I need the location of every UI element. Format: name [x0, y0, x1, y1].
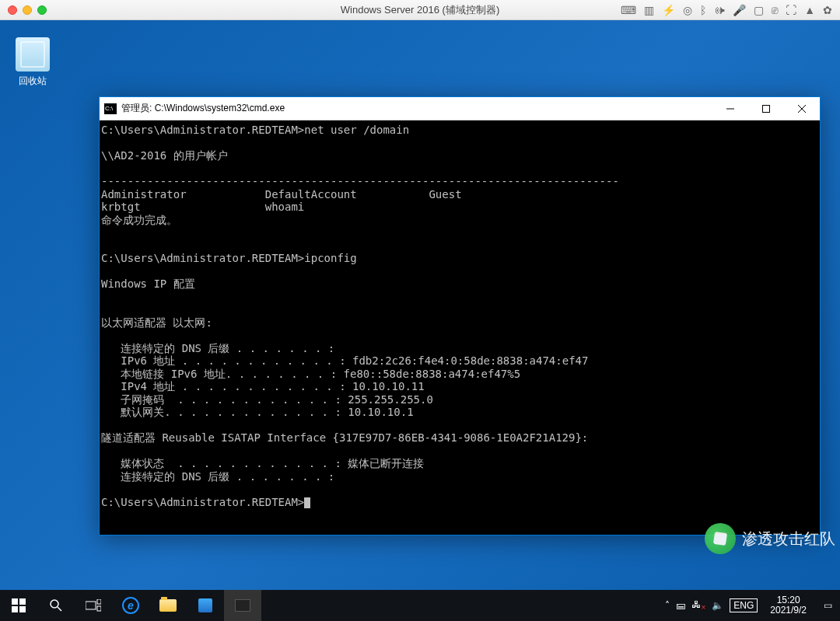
desktop[interactable]: 回收站 管理员: C:\Windows\system32\cmd.exe C:\…	[0, 20, 840, 590]
cmd-input: ipconfig	[304, 252, 356, 264]
cmd-title-text: 管理员: C:\Windows\system32\cmd.exe	[121, 102, 712, 115]
tray-chevron-icon[interactable]: ˄	[665, 600, 670, 611]
prompt: C:\Users\Administrator.REDTEAM>	[101, 496, 304, 508]
minimize-button[interactable]	[712, 97, 748, 120]
line: IPv4 地址 . . . . . . . . . . . . : 10.10.…	[101, 380, 425, 392]
cursor	[304, 497, 310, 508]
prompt: C:\Users\Administrator.REDTEAM>	[101, 252, 304, 264]
line: 默认网关. . . . . . . . . . . . . : 10.10.10…	[101, 406, 414, 418]
line: Administrator DefaultAccount Guest	[101, 188, 462, 201]
line: 连接特定的 DNS 后缀 . . . . . . . :	[101, 470, 334, 483]
line: ----------------------------------------…	[101, 175, 619, 187]
cmd-output[interactable]: C:\Users\Administrator.REDTEAM>net user …	[100, 120, 820, 535]
line: krbtgt whoami	[101, 201, 304, 213]
prompt: C:\Users\Administrator.REDTEAM>	[101, 124, 304, 136]
recycle-bin-label: 回收站	[11, 75, 54, 88]
close-button[interactable]	[784, 97, 820, 120]
line: \\AD2-2016 的用户帐户	[101, 149, 228, 162]
folder-icon	[159, 599, 177, 612]
ie-icon	[122, 597, 139, 614]
line: IPv6 地址 . . . . . . . . . . . . : fdb2:2…	[101, 354, 588, 367]
cmd-taskbar-button[interactable]	[224, 590, 261, 621]
line: 媒体状态 . . . . . . . . . . . . : 媒体已断开连接	[101, 457, 424, 469]
tray-drive-icon[interactable]: 🖴	[676, 600, 685, 611]
svg-line-5	[58, 607, 61, 611]
search-button[interactable]	[37, 590, 75, 621]
cmd-input: net user /domain	[304, 124, 409, 136]
line: 连接特定的 DNS 后缀 . . . . . . . :	[101, 342, 334, 354]
clock[interactable]: 15:20 2021/9/2	[764, 595, 813, 616]
recycle-bin[interactable]: 回收站	[11, 37, 54, 88]
taskbar[interactable]: ˄ 🖴 🖧× 🔈 ENG 15:20 2021/9/2 ▭	[0, 590, 840, 621]
system-tray[interactable]: ˄ 🖴 🖧× 🔈 ENG 15:20 2021/9/2 ▭	[665, 595, 840, 616]
line: 以太网适配器 以太网:	[101, 316, 212, 329]
svg-point-4	[51, 600, 58, 608]
vm-toolbar: Windows Server 2016 (辅域控制器) ⌨ ▥ ⚡ ◎ ᛒ 🕪 …	[0, 0, 840, 20]
svg-rect-8	[97, 606, 101, 611]
vm-title: Windows Server 2016 (辅域控制器)	[0, 3, 840, 17]
clock-date: 2021/9/2	[770, 605, 807, 616]
server-manager-button[interactable]	[187, 590, 224, 621]
line: 子网掩码 . . . . . . . . . . . . : 255.255.2…	[101, 393, 433, 406]
line: 隧道适配器 Reusable ISATAP Interface {317E97D…	[101, 431, 588, 444]
taskview-button[interactable]	[75, 590, 112, 621]
ie-button[interactable]	[112, 590, 149, 621]
svg-rect-6	[86, 602, 96, 609]
explorer-button[interactable]	[149, 590, 187, 621]
cmd-titlebar[interactable]: 管理员: C:\Windows\system32\cmd.exe	[100, 97, 820, 120]
terminal-icon	[235, 599, 250, 612]
start-button[interactable]	[0, 590, 37, 621]
server-manager-icon	[198, 598, 212, 612]
tray-network-icon[interactable]: 🖧×	[691, 599, 705, 612]
svg-rect-7	[97, 599, 101, 604]
line: 本地链接 IPv6 地址. . . . . . . . : fe80::58de…	[101, 368, 520, 380]
maximize-button[interactable]	[748, 97, 784, 120]
line: Windows IP 配置	[101, 277, 195, 290]
cmd-icon	[104, 103, 117, 114]
svg-rect-1	[763, 105, 770, 112]
ime-indicator[interactable]: ENG	[730, 598, 758, 612]
tray-volume-icon[interactable]: 🔈	[712, 600, 723, 611]
line: 命令成功完成。	[101, 214, 177, 226]
recycle-bin-icon	[16, 37, 50, 72]
notifications-button[interactable]: ▭	[819, 600, 837, 611]
cmd-window[interactable]: 管理员: C:\Windows\system32\cmd.exe C:\User…	[99, 96, 821, 536]
